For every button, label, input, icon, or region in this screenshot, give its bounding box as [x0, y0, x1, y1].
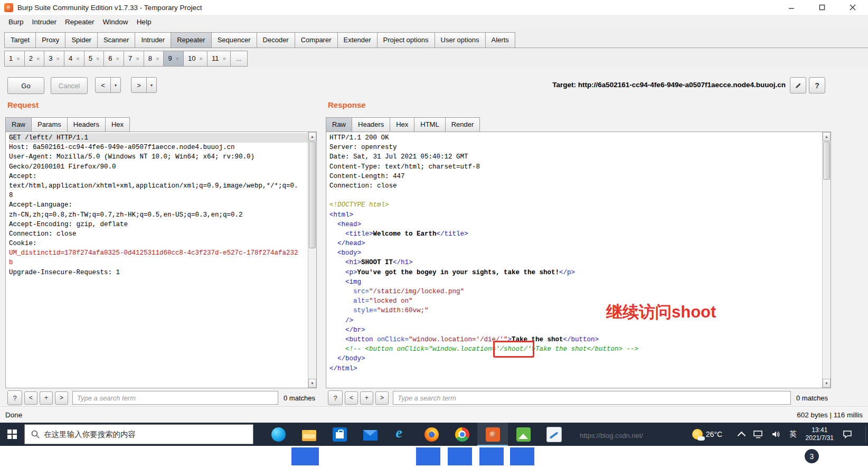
- session-tab-overflow[interactable]: ...: [230, 51, 248, 67]
- close-tab-icon[interactable]: ×: [200, 55, 203, 62]
- maximize-button[interactable]: [807, 0, 837, 15]
- minimize-button[interactable]: [776, 0, 807, 15]
- edge-taskbar-icon[interactable]: [263, 423, 294, 446]
- scroll-down-icon[interactable]: [823, 379, 831, 388]
- menu-item-intruder[interactable]: Intruder: [28, 18, 61, 26]
- show-desktop-button[interactable]: [865, 426, 868, 443]
- close-tab-icon[interactable]: ×: [96, 55, 99, 62]
- close-tab-icon[interactable]: ×: [36, 55, 40, 62]
- scroll-up-icon[interactable]: [823, 132, 831, 141]
- weather-widget[interactable]: 26°C: [692, 429, 722, 440]
- response-search-input[interactable]: [393, 391, 791, 405]
- tab-comparer[interactable]: Comparer: [295, 32, 338, 48]
- tab-extender[interactable]: Extender: [337, 32, 378, 48]
- response-tab-render[interactable]: Render: [445, 117, 480, 132]
- search-next-button[interactable]: >: [55, 391, 68, 405]
- chevron-down-icon[interactable]: ▾: [110, 78, 120, 92]
- request-scrollbar[interactable]: [308, 132, 316, 388]
- tab-alerts[interactable]: Alerts: [485, 32, 515, 48]
- menu-item-window[interactable]: Window: [99, 18, 133, 26]
- taskbar-clock[interactable]: 13:41 2021/7/31: [806, 426, 834, 442]
- repeater-session-tab-5[interactable]: 5×: [84, 51, 105, 67]
- tab-project-options[interactable]: Project options: [377, 32, 435, 48]
- request-tab-raw[interactable]: Raw: [5, 117, 32, 132]
- close-tab-icon[interactable]: ×: [116, 55, 119, 62]
- previous-request-button[interactable]: < ▾: [95, 77, 121, 93]
- scroll-up-icon[interactable]: [308, 132, 316, 141]
- request-editor[interactable]: GET /leftt/ HTTP/1.1Host: 6a502161-cc94-…: [5, 132, 317, 388]
- close-tab-icon[interactable]: ×: [222, 55, 225, 62]
- image-viewer-taskbar-icon[interactable]: [508, 423, 539, 446]
- request-search-input[interactable]: [72, 391, 278, 405]
- tab-scanner[interactable]: Scanner: [97, 32, 135, 48]
- repeater-session-tab-10[interactable]: 10×: [183, 51, 207, 67]
- response-tab-html[interactable]: HTML: [414, 117, 445, 132]
- response-editor[interactable]: HTTP/1.1 200 OKServer: openrestyDate: Sa…: [326, 132, 831, 388]
- repeater-help-button[interactable]: ?: [809, 77, 825, 94]
- repeater-session-tab-2[interactable]: 2×: [24, 51, 45, 67]
- internet-explorer-taskbar-icon[interactable]: [385, 423, 416, 446]
- search-add-button[interactable]: +: [360, 391, 373, 405]
- store-taskbar-icon[interactable]: [324, 423, 355, 446]
- go-button[interactable]: Go: [7, 77, 44, 94]
- repeater-session-tab-7[interactable]: 7×: [124, 51, 144, 67]
- next-request-button[interactable]: > ▾: [131, 77, 157, 93]
- repeater-session-tab-8[interactable]: 8×: [144, 51, 164, 67]
- response-tab-raw[interactable]: Raw: [326, 117, 352, 132]
- tab-repeater[interactable]: Repeater: [171, 32, 211, 48]
- search-help-button[interactable]: ?: [328, 390, 343, 405]
- notification-badge[interactable]: 3: [805, 449, 819, 463]
- tab-target[interactable]: Target: [4, 32, 36, 48]
- request-tab-headers[interactable]: Headers: [67, 117, 106, 132]
- close-tab-icon[interactable]: ×: [176, 55, 179, 62]
- network-icon[interactable]: [753, 431, 763, 438]
- tab-decoder[interactable]: Decoder: [257, 32, 295, 48]
- close-tab-icon[interactable]: ×: [136, 55, 139, 62]
- request-raw-text[interactable]: GET /leftt/ HTTP/1.1Host: 6a502161-cc94-…: [6, 133, 308, 388]
- response-tab-headers[interactable]: Headers: [352, 117, 390, 132]
- scroll-down-icon[interactable]: [308, 379, 316, 388]
- action-center-icon[interactable]: [843, 430, 852, 438]
- response-raw-text[interactable]: HTTP/1.1 200 OKServer: openrestyDate: Sa…: [326, 133, 822, 388]
- request-tab-params[interactable]: Params: [31, 117, 68, 132]
- cancel-button[interactable]: Cancel: [51, 77, 88, 94]
- scrollbar-thumb[interactable]: [309, 142, 316, 248]
- close-tab-icon[interactable]: ×: [56, 55, 60, 62]
- search-prev-button[interactable]: <: [345, 391, 358, 405]
- close-tab-icon[interactable]: ×: [156, 55, 159, 62]
- mail-taskbar-icon[interactable]: [355, 423, 385, 446]
- tab-user-options[interactable]: User options: [435, 32, 486, 48]
- notepad-taskbar-icon[interactable]: [539, 423, 569, 446]
- repeater-session-tab-11[interactable]: 11×: [207, 51, 231, 67]
- burp-taskbar-icon[interactable]: [477, 423, 508, 446]
- search-next-button[interactable]: >: [375, 391, 389, 405]
- chevron-down-icon[interactable]: ▾: [146, 78, 156, 92]
- tab-spider[interactable]: Spider: [65, 32, 98, 48]
- repeater-session-tab-4[interactable]: 4×: [64, 51, 84, 67]
- response-scrollbar[interactable]: [822, 132, 831, 388]
- chrome-taskbar-icon[interactable]: [447, 423, 477, 446]
- forward-arrow-icon[interactable]: >: [131, 78, 146, 92]
- back-arrow-icon[interactable]: <: [96, 78, 110, 92]
- tab-proxy[interactable]: Proxy: [35, 32, 65, 48]
- menu-item-burp[interactable]: Burp: [4, 18, 28, 26]
- tab-sequencer[interactable]: Sequencer: [211, 32, 257, 48]
- close-button[interactable]: [837, 0, 868, 15]
- repeater-session-tab-3[interactable]: 3×: [44, 51, 64, 67]
- repeater-session-tab-9[interactable]: 9×: [163, 51, 184, 67]
- search-help-button[interactable]: ?: [7, 390, 22, 405]
- taskbar-search-box[interactable]: 在这里输入你要搜索的内容: [24, 424, 253, 444]
- edit-target-button[interactable]: [790, 77, 806, 94]
- close-tab-icon[interactable]: ×: [16, 55, 20, 62]
- file-explorer-taskbar-icon[interactable]: [294, 423, 324, 446]
- response-tab-hex[interactable]: Hex: [390, 117, 414, 132]
- search-prev-button[interactable]: <: [24, 391, 37, 405]
- menu-item-repeater[interactable]: Repeater: [61, 18, 99, 26]
- start-button[interactable]: [0, 423, 24, 446]
- request-tab-hex[interactable]: Hex: [105, 117, 130, 132]
- search-add-button[interactable]: +: [40, 391, 53, 405]
- tab-intruder[interactable]: Intruder: [135, 32, 171, 48]
- menu-item-help[interactable]: Help: [133, 18, 156, 26]
- tray-expand-icon[interactable]: [738, 431, 746, 440]
- close-tab-icon[interactable]: ×: [76, 55, 79, 62]
